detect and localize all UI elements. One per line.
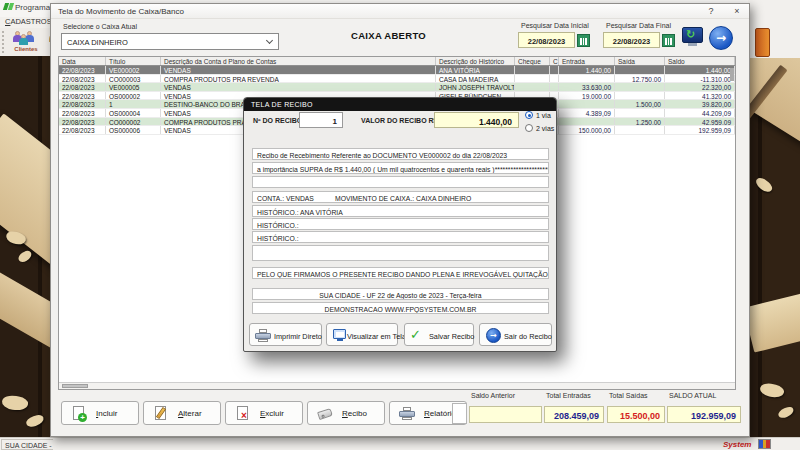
numero-recibo-label: Nº DO RECIBO — [253, 117, 302, 124]
cell-historico: CASA DA MADEIRA — [436, 75, 515, 83]
demonstracao-line: DEMONSTRACAO WWW.FPQSYSTEM.COM.BR — [252, 302, 549, 314]
go-button[interactable]: → — [709, 26, 733, 50]
wood-chip — [25, 413, 45, 428]
column-header-titulo[interactable]: Título — [106, 57, 161, 65]
excluir-button[interactable]: × Excluir — [225, 401, 303, 425]
cell-entrada — [559, 100, 615, 108]
salvar-recibo-button[interactable]: ✓ Salvar Recibo — [404, 323, 474, 346]
window-title: Tela do Movimento de Caixa/Banco — [58, 7, 184, 16]
caixa-combobox[interactable]: CAIXA DINHEIRO — [61, 33, 279, 50]
help-button[interactable]: ? — [703, 5, 719, 18]
recibo-referente-line: Recibo de Recebimento Referente ao DOCUM… — [252, 148, 549, 160]
cell-entrada — [559, 118, 615, 126]
exit-arrow-icon: → — [485, 328, 501, 343]
cell-saldo: 41.320,00 — [665, 92, 735, 100]
date-final-field[interactable]: 22/08/2023 — [603, 32, 660, 48]
table-row[interactable]: 22/08/2023VE000005VENDASJOHN JOSEPH TRAV… — [59, 83, 735, 92]
cell-titulo: OS000006 — [106, 126, 161, 134]
visualizar-tela-button[interactable]: Visualizar em Tela — [326, 323, 398, 346]
cell-entrada: 19.000,00 — [559, 92, 615, 100]
calendar-icon[interactable] — [577, 34, 590, 47]
cell-entrada: 4.389,09 — [559, 109, 615, 117]
radio-2-vias[interactable]: 2 vias — [525, 124, 554, 132]
recibo-button[interactable]: Recibo — [307, 401, 385, 425]
delete-x-icon: × — [235, 406, 251, 422]
historico-line-2: HISTÓRICO.: — [252, 218, 549, 230]
recibo-conta-line: CONTA.: VENDAS MOVIMENTO DE CAIXA.: CAIX… — [252, 191, 549, 203]
cell-titulo: 1 — [106, 100, 161, 108]
modal-titlebar[interactable]: TELA DE RECIBO — [244, 98, 556, 111]
calendar-icon[interactable] — [662, 34, 675, 47]
cell-titulo: VE000002 — [106, 66, 161, 74]
add-record-icon: + — [71, 406, 87, 422]
modal-title: TELA DE RECIBO — [251, 101, 313, 108]
menu-cadastros[interactable]: CADASTROS — [5, 17, 52, 26]
numero-recibo-field[interactable]: 1 — [299, 112, 343, 128]
cell-saldo: -11.310,00 — [665, 75, 735, 83]
outer-window-controls-dup — [752, 2, 798, 14]
column-header-saida[interactable]: Saída — [615, 57, 665, 65]
column-header-entrada[interactable]: Entrada — [559, 57, 615, 65]
toolbar-item-clientes[interactable]: Clientes — [7, 29, 45, 52]
refresh-button[interactable]: ↻ — [682, 25, 704, 52]
cell-cheque — [515, 66, 550, 74]
cell-data: 22/08/2023 — [59, 109, 106, 117]
scrollbar-thumb[interactable] — [62, 384, 88, 388]
radio-unselected-icon[interactable] — [525, 124, 533, 132]
table-row[interactable]: 22/08/2023VE000002VENDASANA VITÓRIA1.440… — [59, 66, 735, 75]
monitor-base — [688, 43, 697, 46]
total-entradas-label: Total Entradas — [546, 392, 591, 399]
window-titlebar[interactable]: Tela do Movimento de Caixa/Banco ? × — [51, 4, 749, 19]
chevron-down-icon — [266, 37, 273, 44]
alterar-button[interactable]: Alterar — [143, 401, 221, 425]
recibo-empty-line — [252, 176, 549, 188]
saldo-atual-field: 192.959,09 — [667, 406, 741, 423]
valor-recibo-field[interactable]: 1.440,00 — [434, 112, 519, 128]
column-header-c[interactable]: C — [550, 57, 559, 65]
valor-recibo-label: VALOR DO RECIBO R$ — [361, 117, 438, 124]
column-header-cheque[interactable]: Cheque — [515, 57, 550, 65]
column-header-saldo[interactable]: Saldo — [665, 57, 735, 65]
historico-line-3: HISTÓRICO.: — [252, 231, 549, 243]
cell-conta: COMPRA PRODUTOS PRA REVENDA — [161, 75, 436, 83]
cell-historico: ANA VITÓRIA — [436, 66, 515, 74]
check-icon: ✓ — [410, 328, 426, 343]
cell-cheque — [515, 75, 550, 83]
app-statusbar: SUA CIDADE - U System — [0, 437, 800, 450]
cell-titulo: CO000003 — [106, 75, 161, 83]
total-saidas-field: 15.500,00 — [607, 406, 665, 423]
date-initial-field[interactable]: 22/08/2023 — [518, 32, 575, 48]
cell-conta: VENDAS — [161, 66, 436, 74]
vertical-scrollbar[interactable] — [730, 68, 734, 81]
date-final-label: Pesquisar Data Final — [606, 22, 671, 29]
caixa-combo-label: Selecione o Caixa Atual — [63, 23, 137, 30]
arrow-right-icon: → — [716, 31, 726, 45]
window-close-button[interactable]: × — [729, 5, 745, 18]
cell-saldo: 42.959,09 — [665, 118, 735, 126]
cell-saldo: 192.959,09 — [665, 126, 735, 134]
tela-de-recibo-modal: TELA DE RECIBO Nº DO RECIBO 1 VALOR DO R… — [243, 97, 557, 352]
desktop: Programa M × CADASTROS Clientes Forn SU — [0, 0, 800, 450]
cell-titulo: OS000004 — [106, 109, 161, 117]
sair-recibo-button[interactable]: → Sair do Recibo — [479, 323, 552, 346]
cell-data: 22/08/2023 — [59, 92, 106, 100]
imprimir-direto-button[interactable]: Imprimir Direto — [249, 323, 322, 346]
incluir-button[interactable]: + Incluir — [61, 401, 139, 425]
column-header-data[interactable]: Data — [59, 57, 106, 65]
movimento-text: MOVIMENTO DE CAIXA.: CAIXA DINHEIRO — [335, 195, 471, 202]
column-header-historico[interactable]: Descrição do Histórico — [436, 57, 515, 65]
cell-saida: 12.750,00 — [615, 75, 665, 83]
radio-1-via[interactable]: 1 via — [525, 111, 551, 119]
cell-entrada — [559, 75, 615, 83]
cell-c — [550, 83, 559, 91]
horizontal-scrollbar[interactable] — [59, 382, 735, 389]
column-header-conta[interactable]: Descrição da Conta d Plano de Contas — [161, 57, 436, 65]
cell-data: 22/08/2023 — [59, 126, 106, 134]
cell-saida — [615, 66, 665, 74]
caixa-combobox-value: CAIXA DINHEIRO — [67, 38, 128, 47]
printer-icon — [399, 406, 415, 422]
total-entradas-field: 208.459,09 — [544, 406, 604, 423]
caixa-aberto-banner: CAIXA ABERTO — [351, 30, 471, 41]
radio-selected-icon[interactable] — [525, 111, 533, 119]
table-row[interactable]: 22/08/2023CO000003COMPRA PRODUTOS PRA RE… — [59, 75, 735, 84]
